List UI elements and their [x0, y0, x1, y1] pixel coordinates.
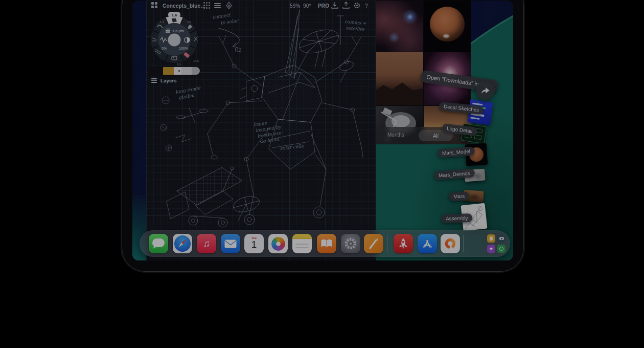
segment-value-0: 1.3	[160, 20, 164, 24]
document-title[interactable]: Concepts_blue…	[163, 3, 205, 9]
drag-label-assembly[interactable]: Assembly	[441, 213, 473, 223]
stroke-size-label: 1.6 pts	[172, 29, 184, 33]
opacity-max-label: 100%	[179, 47, 188, 50]
stroke-width-icon	[166, 29, 170, 33]
stage: connect to solar comms + satellite V.2 l…	[0, 0, 644, 348]
app-library-lightbulb-icon	[487, 234, 495, 243]
swatch-selection-dot	[178, 70, 180, 72]
settings-gears-icon	[343, 236, 358, 251]
wheel-center-knob[interactable]	[168, 34, 181, 47]
ipad-device: connect to solar comms + satellite V.2 l…	[122, 0, 524, 272]
dock-app-sketch-pen[interactable]	[364, 234, 383, 253]
dock-app-notes[interactable]	[292, 234, 312, 253]
import-icon[interactable]	[331, 2, 338, 9]
dock-app-music[interactable]: ♫	[197, 234, 216, 253]
dock-app-photos[interactable]	[268, 234, 288, 253]
photos-flower-icon	[271, 237, 285, 251]
swatch-gold[interactable]	[163, 67, 174, 75]
segment-value-3: 8.9	[177, 63, 181, 66]
dock: ♫ Tue 1	[140, 230, 510, 257]
pen-nib-icon[interactable]	[225, 2, 233, 10]
app-store-icon	[421, 237, 434, 250]
layers-stack-icon[interactable]	[214, 2, 221, 9]
dock-app-calendar[interactable]: Tue 1	[244, 234, 264, 253]
apps-grid-icon[interactable]	[151, 2, 157, 8]
share-forward-button[interactable]	[476, 81, 495, 100]
dock-app-settings[interactable]	[341, 234, 360, 253]
segment-value-1: 3.5	[187, 20, 191, 24]
dock-app-mail[interactable]	[221, 234, 240, 253]
layers-label: Layers	[160, 78, 177, 83]
app-library-camera-icon	[497, 234, 505, 243]
dock-app-books[interactable]	[317, 234, 336, 253]
annotation-version: V.2	[234, 48, 242, 53]
opacity-min-label: 0%	[162, 47, 167, 50]
annotation-connect-2: to solar	[220, 18, 239, 26]
size-badge-value: 1.6	[171, 13, 177, 17]
swatch-white-selected[interactable]	[174, 67, 181, 75]
annotation-connect: connect	[212, 12, 232, 20]
books-book-icon	[320, 238, 333, 249]
photo-mars-ridge[interactable]	[376, 52, 423, 105]
photo-mars-globe[interactable]	[424, 1, 471, 52]
color-swatch-bar[interactable]	[148, 67, 200, 75]
dock-app-safari[interactable]	[173, 234, 192, 253]
swatch-grey[interactable]	[181, 67, 200, 75]
messages-bubble-icon	[152, 238, 165, 247]
calendar-day: 1	[244, 240, 264, 250]
tool-wheel[interactable]: 1.6 1.3 3.5 14.5 8.9 1.6 pts	[146, 11, 202, 68]
sketch-pen-icon	[366, 236, 381, 251]
segment-value-2: 14.5	[193, 59, 199, 62]
notes-header-icon	[292, 234, 312, 239]
dock-app-app-store[interactable]	[418, 234, 437, 253]
swatch-black[interactable]	[148, 67, 163, 75]
layers-button[interactable]: Layers	[151, 77, 177, 84]
app-library-clock-icon	[497, 245, 505, 253]
mail-envelope-icon	[224, 240, 237, 248]
rotation-angle[interactable]: 90°	[303, 3, 311, 9]
dock-app-rocket[interactable]	[394, 234, 413, 253]
concepts-swirl-icon	[443, 236, 458, 251]
layers-menu-icon	[151, 77, 157, 84]
share-forward-icon	[480, 86, 490, 95]
pro-badge[interactable]: PRO	[318, 3, 329, 9]
zoom-level[interactable]: 59%	[290, 3, 301, 9]
dock-app-app-library[interactable]: ★	[485, 232, 508, 255]
photo-horsehead-nebula[interactable]	[376, 1, 423, 52]
settings-gear-icon[interactable]	[353, 2, 361, 9]
export-icon[interactable]	[342, 2, 350, 9]
ipad-screen: connect to solar comms + satellite V.2 l…	[132, 1, 513, 260]
dock-divider-2	[463, 235, 464, 252]
dot-grid-icon[interactable]	[203, 2, 210, 9]
filter-all-label: All	[433, 133, 439, 139]
dock-app-concepts[interactable]	[441, 234, 460, 253]
help-button[interactable]: ?	[365, 3, 368, 9]
drag-label-mars[interactable]: Mars	[449, 191, 470, 201]
app-library-star-icon: ★	[487, 245, 495, 253]
concepts-canvas[interactable]: connect to solar comms + satellite V.2 l…	[146, 1, 376, 260]
rocket-icon	[397, 237, 410, 250]
filter-months[interactable]: Months	[387, 132, 404, 138]
concepts-toolbar: Concepts_blue… 59% 90° PRO	[146, 1, 376, 11]
music-note-icon: ♫	[203, 238, 210, 249]
dock-app-messages[interactable]	[149, 234, 168, 253]
annotation-comms-2: satellite	[346, 25, 365, 32]
dock-divider	[387, 235, 387, 252]
